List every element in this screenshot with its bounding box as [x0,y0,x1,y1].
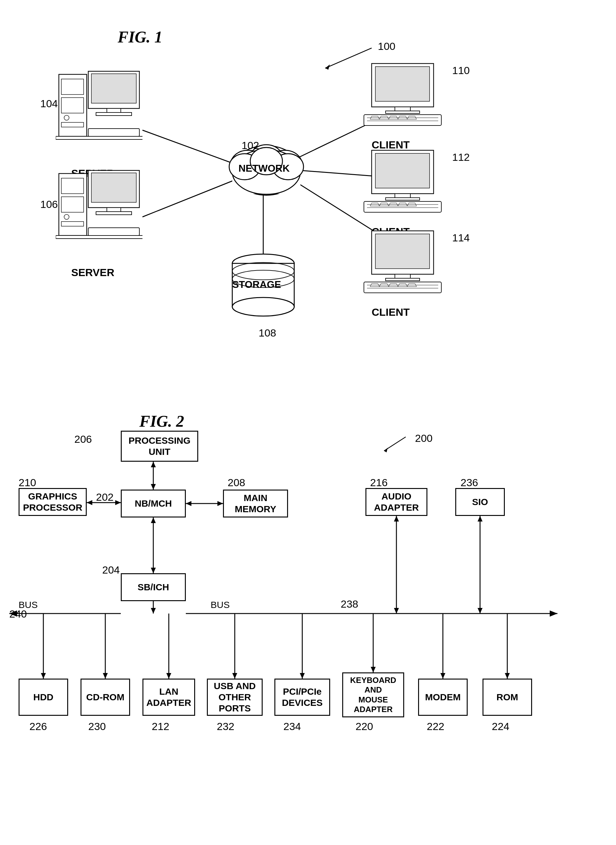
ref-114: 114 [452,232,470,244]
sio-box: SIO [455,488,505,516]
ref-106: 106 [40,198,58,210]
svg-marker-68 [151,462,156,467]
svg-marker-77 [151,517,156,523]
svg-marker-69 [151,484,156,489]
svg-line-0 [142,130,235,164]
client-112-illustration [362,149,443,217]
ref-204: 204 [102,564,120,576]
svg-marker-90 [478,608,483,614]
main-memory-box: MAIN MEMORY [223,489,288,517]
fig1-container: FIG. 1 [0,19,616,391]
ref-206: 206 [74,433,92,445]
ref-200: 200 [415,432,433,444]
svg-rect-32 [56,136,142,140]
svg-rect-30 [96,113,132,116]
svg-marker-78 [151,568,156,573]
svg-marker-96 [166,673,171,679]
svg-rect-54 [386,198,419,200]
fig2-title: FIG. 2 [139,412,184,431]
audio-adapter-box: AUDIO ADAPTER [365,488,427,516]
svg-rect-43 [56,235,142,239]
ref-240: 240 [9,608,27,620]
processing-unit-box: PROCESSING UNIT [121,431,198,462]
fig1-title: FIG. 1 [118,28,162,46]
page: FIG. 1 [0,0,616,845]
client-label-3: CLIENT [372,306,410,318]
fig2-svg [0,409,616,837]
usb-ports-box: USB AND OTHER PORTS [207,679,263,716]
svg-marker-74 [115,500,121,505]
client-110-illustration [362,62,443,130]
nb-mch-box: NB/MCH [121,489,186,517]
client-114-illustration [362,229,443,297]
ref-230: 230 [88,720,106,732]
network-label: NETWORK [239,163,290,174]
ref-112: 112 [452,151,470,163]
rom-box: ROM [483,679,532,716]
svg-marker-87 [394,608,399,614]
ref-208: 208 [227,476,245,489]
svg-point-19 [232,297,294,316]
keyboard-mouse-box: KEYBOARD AND MOUSE ADAPTER [342,672,404,717]
hdd-box: HDD [19,679,68,716]
cd-rom-box: CD-ROM [81,679,130,716]
ref-102: 102 [242,140,259,151]
svg-rect-28 [91,74,136,103]
svg-rect-39 [91,173,136,202]
svg-marker-75 [87,500,92,505]
svg-rect-41 [96,212,132,215]
ref-238: 238 [341,598,358,610]
ref-110: 110 [452,65,470,76]
ref-222: 222 [427,720,444,732]
svg-rect-59 [375,234,430,269]
svg-line-1 [142,180,235,217]
ref-108: 108 [259,327,276,339]
svg-marker-92 [41,673,46,679]
bus-right-label: BUS [211,600,230,610]
svg-marker-82 [550,610,557,617]
svg-marker-72 [186,501,191,506]
svg-marker-98 [232,673,237,679]
server-104-illustration [56,68,142,161]
ref-220: 220 [355,720,373,732]
modem-box: MODEM [418,679,468,716]
svg-rect-45 [375,67,430,101]
svg-rect-42 [88,228,139,235]
ref-210: 210 [19,476,36,489]
ref-216: 216 [370,476,388,489]
server-106-illustration [56,168,142,260]
svg-rect-52 [375,153,430,188]
ref-224: 224 [492,720,509,732]
svg-marker-94 [103,673,108,679]
ref-226: 226 [29,720,47,732]
svg-marker-89 [478,516,483,522]
svg-marker-7 [325,65,330,70]
svg-marker-86 [394,516,399,522]
lan-adapter-box: LAN ADAPTER [142,679,195,716]
pci-devices-box: PCI/PCIe DEVICES [274,679,330,716]
ref-212: 212 [152,720,169,732]
server-label-2: SERVER [71,266,114,279]
ref-232: 232 [217,720,235,732]
svg-marker-104 [440,673,445,679]
ref-100: 100 [378,40,396,52]
svg-marker-102 [371,667,375,672]
ref-236: 236 [461,476,478,489]
svg-rect-31 [88,129,139,136]
svg-rect-47 [386,111,419,113]
svg-rect-61 [386,278,419,281]
svg-marker-106 [505,673,510,679]
ref-202: 202 [96,491,114,503]
ref-104: 104 [40,98,58,110]
svg-marker-84 [151,608,156,614]
storage-label: STORAGE [232,279,281,290]
graphics-processor-box: GRAPHICS PROCESSOR [19,488,87,516]
svg-marker-71 [217,501,223,506]
ref-234: 234 [283,720,301,732]
sb-ich-box: SB/ICH [121,573,186,601]
svg-marker-100 [300,673,305,679]
fig2-container: FIG. 2 200 PROCESSING UNIT 206 NB/MCH 20… [0,409,616,837]
